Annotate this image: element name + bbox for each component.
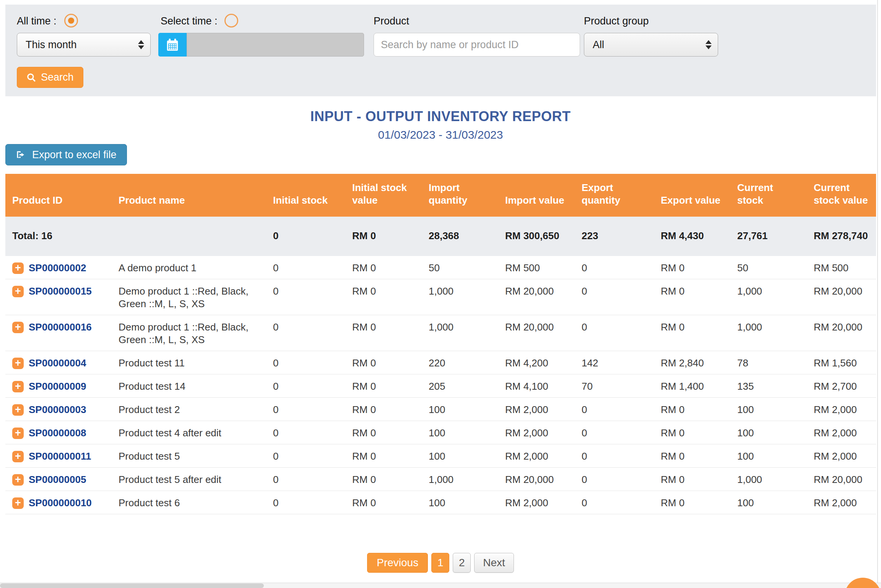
page-2-button[interactable]: 2 — [453, 553, 471, 573]
select-time-radio[interactable] — [224, 14, 238, 28]
expand-row-icon[interactable]: + — [12, 428, 24, 439]
current-stock-cell: 100 — [730, 421, 807, 444]
product-name-cell: Demo product 1 ::Red, Black, Green ::M, … — [112, 279, 266, 315]
total-initial-stock: 0 — [266, 217, 345, 256]
expand-row-icon[interactable]: + — [12, 262, 24, 274]
search-button[interactable]: Search — [17, 67, 83, 88]
table-row: +SP00000002 A demo product 1 0 RM 0 50 R… — [5, 256, 876, 279]
page-1-button[interactable]: 1 — [431, 553, 449, 573]
expand-row-icon[interactable]: + — [12, 381, 24, 392]
product-group-select-value: All — [593, 39, 604, 51]
next-page-button[interactable]: Next — [474, 553, 514, 573]
current-stock-value-cell: RM 2,700 — [807, 374, 876, 398]
initial-stock-cell: 0 — [266, 421, 345, 444]
all-time-radio[interactable] — [64, 14, 78, 28]
product-id-link[interactable]: SP000000015 — [29, 285, 92, 298]
current-stock-value-cell: RM 20,000 — [807, 279, 876, 315]
export-value-cell: RM 0 — [654, 398, 730, 421]
current-stock-value-cell: RM 1,560 — [807, 351, 876, 374]
import-quantity-cell: 100 — [422, 398, 498, 421]
product-id-link[interactable]: SP00000009 — [29, 380, 86, 393]
total-current-stock: 27,761 — [730, 217, 807, 256]
table-row: +SP000000015 Demo product 1 ::Red, Black… — [5, 279, 876, 315]
import-quantity-cell: 100 — [422, 421, 498, 444]
product-name-cell: Demo product 1 ::Red, Black, Green ::M, … — [112, 315, 266, 351]
total-import-value: RM 300,650 — [498, 217, 575, 256]
product-id-link[interactable]: SP00000008 — [29, 427, 86, 439]
product-id-link[interactable]: SP000000011 — [29, 450, 91, 463]
col-export-value: Export value — [654, 174, 730, 217]
product-name-cell: A demo product 1 — [112, 256, 266, 279]
product-id-link[interactable]: SP00000003 — [29, 403, 86, 416]
col-initial-stock: Initial stock — [266, 174, 345, 217]
current-stock-cell: 100 — [730, 491, 807, 514]
page-title: INPUT - OUTPUT INVENTORY REPORT — [0, 109, 881, 125]
current-stock-value-cell: RM 2,000 — [807, 444, 876, 468]
export-quantity-cell: 142 — [575, 351, 654, 374]
total-row: Total: 16 0 RM 0 28,368 RM 300,650 223 R… — [5, 217, 876, 256]
expand-row-icon[interactable]: + — [12, 322, 24, 333]
inventory-report-page: All time : Select time : Product Product… — [0, 0, 881, 588]
horizontal-scrollbar[interactable] — [0, 583, 881, 588]
previous-page-button[interactable]: Previous — [367, 553, 428, 573]
expand-row-icon[interactable]: + — [12, 497, 24, 509]
import-value-cell: RM 2,000 — [498, 398, 575, 421]
import-value-cell: RM 2,000 — [498, 491, 575, 514]
search-icon — [26, 73, 36, 83]
floating-action-button[interactable] — [845, 578, 881, 588]
all-time-label: All time : — [17, 15, 57, 27]
product-label: Product — [374, 15, 409, 27]
table-row: +SP00000004 Product test 11 0 RM 0 220 R… — [5, 351, 876, 374]
current-stock-cell: 1,000 — [730, 468, 807, 491]
product-id-link[interactable]: SP000000016 — [29, 321, 92, 334]
expand-row-icon[interactable]: + — [12, 474, 24, 486]
import-value-cell: RM 2,000 — [498, 444, 575, 468]
initial-stock-cell: 0 — [266, 374, 345, 398]
product-id-link[interactable]: SP000000010 — [29, 497, 92, 509]
export-quantity-cell: 0 — [575, 398, 654, 421]
product-id-link[interactable]: SP00000002 — [29, 262, 86, 274]
initial-stock-value-cell: RM 0 — [345, 351, 422, 374]
calendar-button[interactable] — [158, 33, 187, 57]
product-id-link[interactable]: SP00000005 — [29, 473, 86, 486]
export-to-excel-button[interactable]: Export to excel file — [5, 144, 127, 165]
calendar-icon — [165, 37, 180, 52]
col-current-stock: Current stock — [730, 174, 807, 217]
initial-stock-value-cell: RM 0 — [345, 279, 422, 315]
export-value-cell: RM 0 — [654, 444, 730, 468]
export-value-cell: RM 0 — [654, 421, 730, 444]
product-name-cell: Product test 2 — [112, 398, 266, 421]
export-quantity-cell: 0 — [575, 444, 654, 468]
date-range-input[interactable] — [187, 33, 364, 57]
table-row: +SP00000009 Product test 14 0 RM 0 205 R… — [5, 374, 876, 398]
horizontal-scrollbar-thumb[interactable] — [0, 583, 264, 588]
time-range-select[interactable]: This month — [17, 33, 151, 57]
col-initial-stock-value: Initial stock value — [345, 174, 422, 217]
expand-row-icon[interactable]: + — [12, 358, 24, 369]
product-name-cell: Product test 5 after edit — [112, 468, 266, 491]
search-button-label: Search — [41, 71, 74, 83]
initial-stock-cell: 0 — [266, 315, 345, 351]
import-quantity-cell: 1,000 — [422, 315, 498, 351]
expand-row-icon[interactable]: + — [12, 286, 24, 297]
product-group-select[interactable]: All — [584, 33, 718, 57]
total-label: Total: 16 — [5, 217, 266, 256]
current-stock-cell: 1,000 — [730, 279, 807, 315]
product-id-link[interactable]: SP00000004 — [29, 357, 86, 369]
expand-row-icon[interactable]: + — [12, 404, 24, 416]
initial-stock-cell: 0 — [266, 279, 345, 315]
total-current-stock-value: RM 278,740 — [807, 217, 876, 256]
expand-row-icon[interactable]: + — [12, 451, 24, 462]
table-row: +SP000000011 Product test 5 0 RM 0 100 R… — [5, 444, 876, 468]
export-quantity-cell: 0 — [575, 421, 654, 444]
table-row: +SP00000005 Product test 5 after edit 0 … — [5, 468, 876, 491]
product-search-input[interactable] — [374, 33, 580, 57]
current-stock-value-cell: RM 2,000 — [807, 398, 876, 421]
initial-stock-cell: 0 — [266, 468, 345, 491]
export-value-cell: RM 0 — [654, 279, 730, 315]
current-stock-cell: 135 — [730, 374, 807, 398]
pagination: Previous 1 2 Next — [0, 553, 881, 573]
export-icon — [16, 149, 26, 160]
table-row: +SP00000003 Product test 2 0 RM 0 100 RM… — [5, 398, 876, 421]
export-quantity-cell: 0 — [575, 315, 654, 351]
